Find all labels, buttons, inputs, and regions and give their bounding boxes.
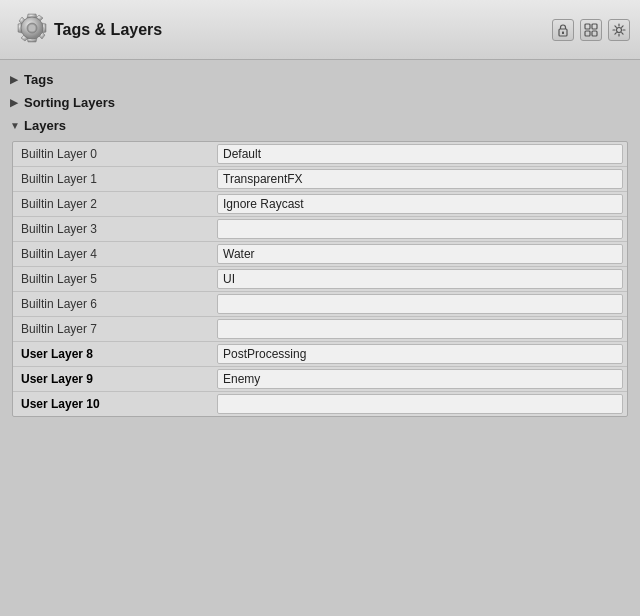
svg-rect-6 xyxy=(592,24,597,29)
layer-input-10[interactable] xyxy=(217,394,623,414)
table-row: Builtin Layer 5 xyxy=(13,267,627,292)
inspector-lock-button[interactable] xyxy=(552,19,574,41)
layer-label-0: Builtin Layer 0 xyxy=(13,144,213,164)
layer-input-9[interactable] xyxy=(217,369,623,389)
layer-input-1[interactable] xyxy=(217,169,623,189)
table-row: User Layer 8 xyxy=(13,342,627,367)
table-row: Builtin Layer 3 xyxy=(13,217,627,242)
layer-label-3: Builtin Layer 3 xyxy=(13,219,213,239)
layer-input-container-0 xyxy=(213,142,627,166)
layer-input-8[interactable] xyxy=(217,344,623,364)
layer-label-6: Builtin Layer 6 xyxy=(13,294,213,314)
table-row: Builtin Layer 7 xyxy=(13,317,627,342)
layer-input-container-9 xyxy=(213,367,627,391)
svg-point-2 xyxy=(29,25,36,32)
layer-input-4[interactable] xyxy=(217,244,623,264)
layer-label-5: Builtin Layer 5 xyxy=(13,269,213,289)
layers-table: Builtin Layer 0Builtin Layer 1Builtin La… xyxy=(12,141,628,417)
layer-input-container-5 xyxy=(213,267,627,291)
svg-rect-4 xyxy=(562,31,564,34)
window-title: Tags & Layers xyxy=(54,21,552,39)
layer-input-container-4 xyxy=(213,242,627,266)
tags-label: Tags xyxy=(24,72,53,87)
table-row: User Layer 9 xyxy=(13,367,627,392)
layer-input-container-6 xyxy=(213,292,627,316)
svg-point-9 xyxy=(617,27,622,32)
title-buttons xyxy=(552,19,630,41)
layer-label-9: User Layer 9 xyxy=(13,369,213,389)
layer-label-7: Builtin Layer 7 xyxy=(13,319,213,339)
layer-input-container-8 xyxy=(213,342,627,366)
layer-input-7[interactable] xyxy=(217,319,623,339)
layers-arrow xyxy=(10,120,24,131)
table-row: Builtin Layer 1 xyxy=(13,167,627,192)
sorting-layers-label: Sorting Layers xyxy=(24,95,115,110)
inspector-content: Tags Sorting Layers Layers Builtin Layer… xyxy=(0,60,640,429)
layout-button[interactable] xyxy=(580,19,602,41)
layer-input-container-10 xyxy=(213,392,627,416)
sorting-layers-section-header[interactable]: Sorting Layers xyxy=(4,91,636,114)
layer-input-6[interactable] xyxy=(217,294,623,314)
svg-rect-5 xyxy=(585,24,590,29)
layers-label: Layers xyxy=(24,118,66,133)
title-icon xyxy=(10,6,54,53)
layer-label-1: Builtin Layer 1 xyxy=(13,169,213,189)
layer-label-4: Builtin Layer 4 xyxy=(13,244,213,264)
tags-arrow xyxy=(10,74,24,85)
layer-label-10: User Layer 10 xyxy=(13,394,213,414)
table-row: User Layer 10 xyxy=(13,392,627,416)
layers-section-header[interactable]: Layers xyxy=(4,114,636,137)
layer-input-container-2 xyxy=(213,192,627,216)
layer-input-container-7 xyxy=(213,317,627,341)
svg-rect-8 xyxy=(592,31,597,36)
table-row: Builtin Layer 2 xyxy=(13,192,627,217)
settings-menu-button[interactable] xyxy=(608,19,630,41)
table-row: Builtin Layer 0 xyxy=(13,142,627,167)
layer-input-2[interactable] xyxy=(217,194,623,214)
layer-input-container-3 xyxy=(213,217,627,241)
layer-input-container-1 xyxy=(213,167,627,191)
table-row: Builtin Layer 4 xyxy=(13,242,627,267)
title-bar: Tags & Layers xyxy=(0,0,640,60)
layer-label-8: User Layer 8 xyxy=(13,344,213,364)
layer-input-0[interactable] xyxy=(217,144,623,164)
layer-label-2: Builtin Layer 2 xyxy=(13,194,213,214)
table-row: Builtin Layer 6 xyxy=(13,292,627,317)
layer-input-5[interactable] xyxy=(217,269,623,289)
svg-rect-7 xyxy=(585,31,590,36)
layer-input-3[interactable] xyxy=(217,219,623,239)
tags-section-header[interactable]: Tags xyxy=(4,68,636,91)
sorting-layers-arrow xyxy=(10,97,24,108)
